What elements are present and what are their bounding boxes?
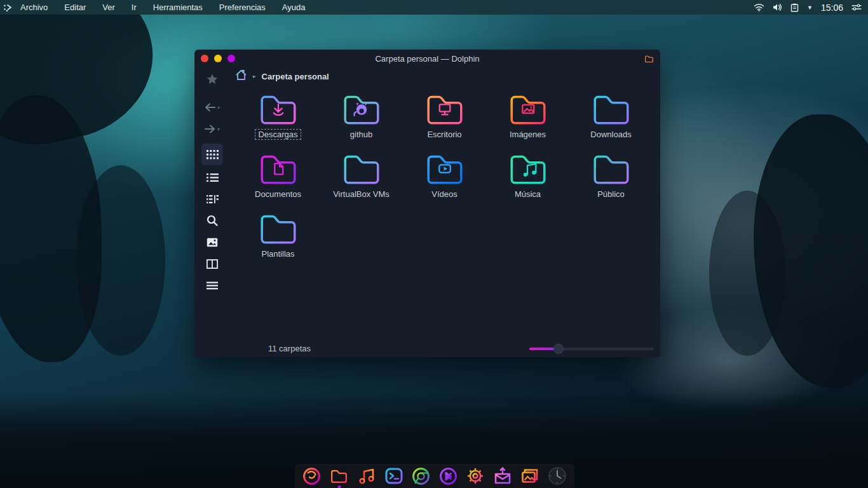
folder-label: Público bbox=[594, 189, 628, 200]
music-player-icon[interactable] bbox=[356, 466, 377, 486]
details-view-button[interactable] bbox=[201, 168, 223, 187]
forward-history-caret-icon[interactable]: ▾ bbox=[217, 126, 220, 132]
wifi-icon[interactable] bbox=[754, 3, 764, 11]
clock-icon[interactable] bbox=[547, 466, 567, 486]
folder-item-videos[interactable]: Vídeos bbox=[403, 150, 486, 210]
forward-button[interactable]: ▾ bbox=[201, 119, 223, 139]
icons-view-button[interactable] bbox=[201, 144, 223, 165]
folder-icon bbox=[257, 150, 299, 187]
image-glyph bbox=[522, 105, 534, 113]
menu-editar[interactable]: Editar bbox=[64, 3, 86, 12]
desktop: Archivo Editar Ver Ir Herramientas Prefe… bbox=[0, 0, 868, 488]
folder-item-publico[interactable]: Público bbox=[569, 150, 653, 210]
window-title: Carpeta personal — Dolphin bbox=[194, 54, 660, 64]
folder-icon bbox=[257, 90, 299, 127]
tray-expander-caret-icon[interactable]: ▼ bbox=[807, 4, 813, 11]
menu-ver[interactable]: Ver bbox=[102, 3, 115, 12]
status-bar: 11 carpetas bbox=[230, 340, 660, 357]
folder-icon bbox=[341, 150, 383, 187]
menu-archivo[interactable]: Archivo bbox=[20, 3, 48, 12]
folder-label: Plantillas bbox=[258, 248, 297, 259]
clipboard-icon[interactable] bbox=[790, 3, 799, 12]
preview-image-icon[interactable] bbox=[201, 233, 223, 252]
firefox-icon[interactable] bbox=[302, 466, 322, 486]
file-manager-icon[interactable] bbox=[329, 466, 349, 486]
folder-item-documentos[interactable]: Documentos bbox=[236, 150, 320, 210]
zoom-slider[interactable] bbox=[529, 344, 654, 354]
folder-label: Escritorio bbox=[424, 129, 465, 140]
menu-preferencias[interactable]: Preferencias bbox=[219, 3, 266, 12]
folder-item-escritorio[interactable]: Escritorio bbox=[403, 90, 486, 150]
sliders-icon[interactable] bbox=[851, 3, 862, 11]
photos-icon[interactable] bbox=[520, 466, 540, 486]
media-player-icon[interactable] bbox=[438, 466, 458, 486]
tree-silhouette bbox=[76, 165, 165, 356]
terminal-icon[interactable] bbox=[384, 466, 404, 486]
compact-view-button[interactable] bbox=[201, 189, 223, 208]
folder-icon bbox=[590, 150, 632, 187]
folder-item-plantillas[interactable]: Plantillas bbox=[236, 210, 320, 269]
bookmark-star-icon[interactable] bbox=[201, 70, 223, 89]
settings-gear-icon[interactable] bbox=[465, 466, 485, 486]
menu-ayuda[interactable]: Ayuda bbox=[282, 3, 306, 12]
folder-count: 11 carpetas bbox=[268, 344, 311, 353]
folder-label: Descargas bbox=[255, 129, 301, 140]
folder-icon bbox=[424, 90, 466, 127]
search-icon[interactable] bbox=[201, 211, 223, 230]
menu-ir[interactable]: Ir bbox=[132, 3, 137, 12]
folder-icon bbox=[590, 90, 632, 127]
download-arrow-glyph bbox=[273, 104, 282, 115]
folder-label: Documentos bbox=[252, 189, 304, 200]
folder-item-virtualbox-vms[interactable]: VirtualBox VMs bbox=[320, 150, 403, 210]
tree-silhouette bbox=[709, 191, 785, 356]
distro-logo-icon[interactable] bbox=[0, 3, 17, 12]
breadcrumb: ▸ Carpeta personal bbox=[230, 67, 660, 85]
video-play-glyph bbox=[439, 165, 451, 172]
back-button[interactable]: ▾ bbox=[201, 98, 223, 117]
split-view-icon[interactable] bbox=[201, 254, 223, 273]
vertical-toolbar: ▾ ▾ bbox=[194, 67, 230, 357]
volume-icon[interactable] bbox=[773, 3, 782, 11]
folder-icon bbox=[257, 210, 299, 247]
app-folder-icon bbox=[644, 54, 654, 65]
global-menubar: Archivo Editar Ver Ir Herramientas Prefe… bbox=[0, 0, 868, 15]
dock bbox=[295, 464, 574, 488]
hamburger-menu-icon[interactable] bbox=[201, 276, 223, 295]
folder-label: Vídeos bbox=[428, 189, 460, 200]
system-tray: ▼ 15:06 bbox=[754, 3, 868, 13]
slider-handle[interactable] bbox=[553, 344, 564, 354]
back-history-caret-icon[interactable]: ▾ bbox=[217, 105, 220, 111]
titlebar[interactable]: Carpeta personal — Dolphin bbox=[194, 50, 660, 67]
chromium-icon[interactable] bbox=[411, 466, 431, 486]
running-indicator bbox=[337, 485, 341, 488]
dolphin-window: Carpeta personal — Dolphin ▾ ▾ bbox=[194, 50, 660, 357]
mail-icon[interactable] bbox=[492, 466, 513, 486]
folder-icon bbox=[507, 150, 549, 187]
folder-label: Música bbox=[512, 189, 544, 200]
folder-grid: Descargas github bbox=[230, 85, 660, 340]
folder-item-downloads[interactable]: Downloads bbox=[569, 90, 653, 150]
folder-icon bbox=[507, 90, 549, 127]
menu-herramientas[interactable]: Herramientas bbox=[153, 3, 203, 12]
folder-item-github[interactable]: github bbox=[320, 90, 403, 150]
folder-label: Imágenes bbox=[506, 129, 549, 140]
folder-label: Downloads bbox=[587, 129, 634, 140]
home-icon[interactable] bbox=[235, 69, 247, 83]
folder-item-descargas[interactable]: Descargas bbox=[236, 90, 320, 150]
folder-label: github bbox=[347, 129, 376, 140]
document-glyph bbox=[275, 163, 283, 174]
clock[interactable]: 15:06 bbox=[821, 3, 843, 13]
monitor-glyph bbox=[439, 104, 450, 114]
folder-item-musica[interactable]: Música bbox=[486, 150, 569, 210]
menu-items: Archivo Editar Ver Ir Herramientas Prefe… bbox=[20, 3, 305, 12]
folder-item-imagenes[interactable]: Imágenes bbox=[486, 90, 569, 150]
folder-icon bbox=[424, 150, 466, 187]
breadcrumb-path[interactable]: Carpeta personal bbox=[262, 72, 329, 81]
folder-icon bbox=[341, 90, 383, 127]
folder-label: VirtualBox VMs bbox=[330, 189, 393, 200]
music-note-glyph bbox=[523, 164, 536, 177]
breadcrumb-separator-icon: ▸ bbox=[253, 73, 256, 79]
octocat-glyph bbox=[354, 103, 367, 116]
